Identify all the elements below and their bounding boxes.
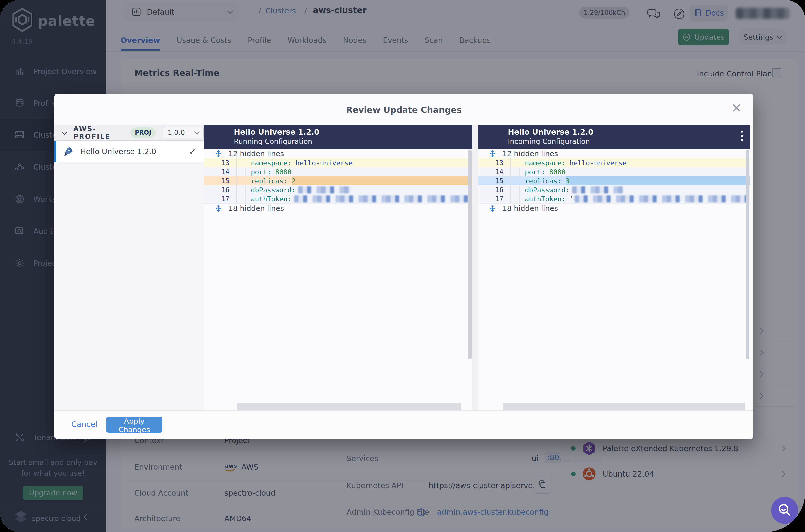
code-line-14: 14 port: 8080 bbox=[204, 167, 472, 176]
scope-badge: PROJ bbox=[130, 127, 156, 138]
code-block[interactable]: 13 namespace: hello-universe 14 port: 80… bbox=[204, 158, 472, 203]
close-icon[interactable]: × bbox=[731, 101, 742, 114]
panel-title: Hello Universe 1.2.0 bbox=[508, 128, 750, 136]
profile-version-value: 1.0.0 bbox=[168, 129, 185, 136]
cancel-button[interactable]: Cancel bbox=[66, 420, 103, 429]
hidden-lines-bottom[interactable]: 18 hidden lines bbox=[204, 203, 472, 213]
redacted-secret bbox=[575, 195, 747, 202]
code-line-15-changed: 15 replicas: 2 bbox=[204, 176, 472, 185]
apply-changes-button[interactable]: Apply Changes bbox=[106, 417, 163, 433]
code-line-16: 16 dbPassword: bbox=[478, 185, 750, 194]
running-config-panel: Hello Universe 1.2.0 Running Configurati… bbox=[204, 125, 472, 411]
chevron-down-icon bbox=[194, 129, 200, 135]
support-widget-button[interactable] bbox=[771, 497, 798, 524]
hidden-lines-top[interactable]: 12 hidden lines bbox=[478, 149, 750, 158]
profile-column: AWS-PROFILE PROJ 1.0.0 Hello Universe 1.… bbox=[54, 125, 204, 411]
pack-list-item-selected[interactable]: Hello Universe 1.2.0 ✓ bbox=[54, 141, 204, 162]
horizontal-scrollbar[interactable] bbox=[237, 403, 461, 410]
search-smile-icon bbox=[777, 502, 792, 518]
rocket-icon bbox=[63, 146, 74, 157]
incoming-config-header: Hello Universe 1.2.0 Incoming Configurat… bbox=[478, 125, 750, 149]
selected-indicator-bar bbox=[54, 141, 56, 162]
code-line-17: 17 authToken: bbox=[204, 194, 472, 203]
panel-subtitle: Running Configuration bbox=[234, 137, 472, 146]
vertical-scrollbar[interactable] bbox=[468, 150, 472, 359]
redacted-secret bbox=[298, 186, 351, 193]
hidden-lines-bottom[interactable]: 18 hidden lines bbox=[478, 203, 750, 213]
incoming-config-panel: Hello Universe 1.2.0 Incoming Configurat… bbox=[478, 125, 750, 411]
unfold-icon bbox=[488, 204, 497, 212]
code-line-15-changed: 15 replicas: 3 bbox=[478, 176, 750, 185]
redacted-secret bbox=[294, 195, 469, 202]
diff-panel-divider bbox=[472, 125, 478, 411]
kebab-menu-icon[interactable] bbox=[741, 131, 743, 141]
app-window: Default / Clusters / aws-cluster 1.29/10… bbox=[0, 0, 805, 532]
code-block[interactable]: 13 namespace: hello-universe 14 port: 80… bbox=[478, 158, 750, 203]
code-line-14: 14 port: 8080 bbox=[478, 167, 750, 176]
code-line-17: 17 authToken: ' bbox=[478, 194, 750, 203]
unfold-icon bbox=[214, 204, 222, 212]
code-line-13: 13 namespace: hello-universe bbox=[478, 158, 750, 167]
unfold-icon bbox=[488, 150, 497, 158]
panel-title: Hello Universe 1.2.0 bbox=[234, 128, 472, 136]
code-line-13: 13 namespace: hello-universe bbox=[204, 158, 472, 167]
modal-title: Review Update Changes bbox=[54, 105, 753, 115]
panel-subtitle: Incoming Configuration bbox=[508, 137, 750, 146]
redacted-secret bbox=[572, 186, 623, 193]
hidden-lines-top[interactable]: 12 hidden lines bbox=[204, 149, 472, 158]
vertical-scrollbar[interactable] bbox=[746, 150, 749, 359]
profile-version-select[interactable]: 1.0.0 bbox=[163, 127, 204, 138]
horizontal-scrollbar[interactable] bbox=[503, 403, 745, 410]
modal-footer: Cancel Apply Changes bbox=[54, 410, 753, 439]
review-update-changes-modal: Review Update Changes × AWS-PROFILE PROJ… bbox=[54, 94, 753, 439]
pack-name: Hello Universe 1.2.0 bbox=[80, 147, 183, 156]
running-config-header: Hello Universe 1.2.0 Running Configurati… bbox=[204, 125, 472, 149]
chevron-down-icon[interactable] bbox=[62, 130, 67, 135]
profile-header: AWS-PROFILE PROJ 1.0.0 bbox=[54, 125, 204, 140]
code-line-16: 16 dbPassword: bbox=[204, 185, 472, 194]
unfold-icon bbox=[214, 150, 222, 158]
check-icon: ✓ bbox=[189, 146, 196, 157]
profile-name: AWS-PROFILE bbox=[73, 125, 124, 140]
